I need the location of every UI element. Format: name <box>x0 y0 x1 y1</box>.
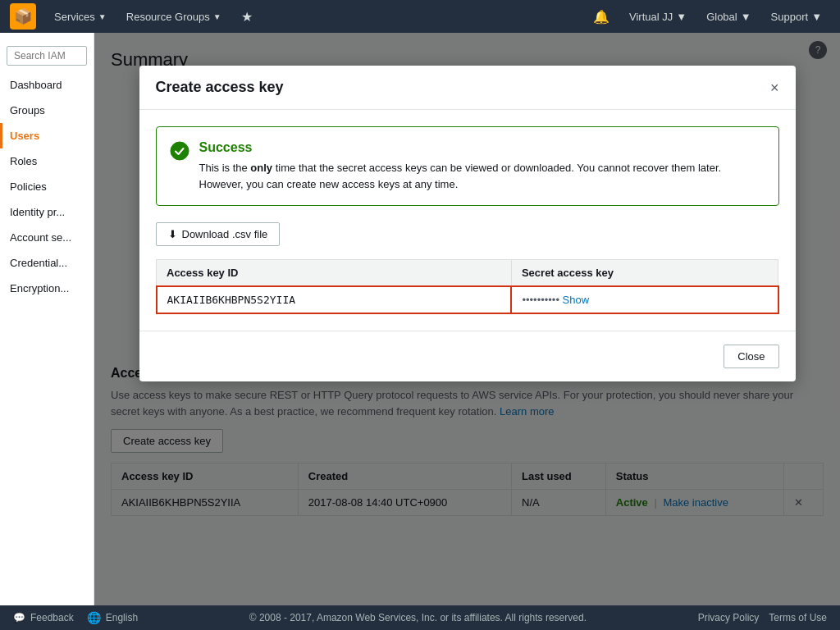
region-menu[interactable]: Global ▼ <box>698 11 759 23</box>
svg-point-0 <box>171 142 189 160</box>
resource-groups-menu[interactable]: Resource Groups ▼ <box>118 0 230 33</box>
aws-logo[interactable]: 📦 <box>10 3 36 30</box>
star-icon[interactable]: ★ <box>233 9 261 25</box>
key-id-value: AKIAIIB6KHBPN5S2YIIA <box>157 286 512 313</box>
support-menu[interactable]: Support ▼ <box>763 11 830 23</box>
modal-overlay: Create access key × Su <box>94 33 840 605</box>
footer-copyright: © 2008 - 2017, Amazon Web Services, Inc.… <box>151 612 685 623</box>
sidebar-item-account-settings[interactable]: Account se... <box>0 225 94 250</box>
success-title: Success <box>199 140 765 155</box>
modal-header: Create access key × <box>139 66 796 110</box>
footer: 💬 Feedback 🌐 English © 2008 - 2017, Amaz… <box>0 605 840 630</box>
success-content: Success This is the only time that the s… <box>199 140 765 192</box>
sidebar: Dashboard Groups Users Roles Policies Id… <box>0 33 94 605</box>
privacy-policy-link[interactable]: Privacy Policy <box>698 612 760 623</box>
services-menu[interactable]: Services ▼ <box>46 0 115 33</box>
success-icon <box>170 141 189 165</box>
sidebar-item-credential[interactable]: Credential... <box>0 250 94 276</box>
navbar: 📦 Services ▼ Resource Groups ▼ ★ 🔔 Virtu… <box>0 0 840 33</box>
feedback-icon: 💬 <box>13 612 25 623</box>
modal-close-button[interactable]: × <box>770 80 779 95</box>
key-col-secret: Secret access key <box>511 260 778 287</box>
modal-close-footer-button[interactable]: Close <box>724 345 778 368</box>
modal-title: Create access key <box>156 79 284 96</box>
feedback-button[interactable]: 💬 Feedback <box>13 612 74 623</box>
key-col-id: Access key ID <box>157 260 512 287</box>
sidebar-item-identity[interactable]: Identity pr... <box>0 199 94 225</box>
globe-icon: 🌐 <box>87 611 101 624</box>
success-text: This is the only time that the secret ac… <box>199 160 765 192</box>
search-input[interactable] <box>7 46 87 66</box>
main-content: Summary Access keys Use access keys to m… <box>94 33 840 605</box>
layout: Dashboard Groups Users Roles Policies Id… <box>0 33 840 605</box>
download-icon: ⬇ <box>168 228 177 240</box>
show-secret-link[interactable]: Show <box>563 294 590 306</box>
secret-dots: •••••••••• <box>522 294 559 306</box>
sidebar-item-dashboard[interactable]: Dashboard <box>0 72 94 98</box>
key-table: Access key ID Secret access key AKIAIIB6… <box>156 259 779 314</box>
modal: Create access key × Su <box>139 66 796 381</box>
secret-key-cell: •••••••••• Show <box>511 286 778 313</box>
key-table-row: AKIAIIB6KHBPN5S2YIIA •••••••••• Show <box>157 286 778 313</box>
sidebar-item-encryption[interactable]: Encryption... <box>0 276 94 301</box>
bell-icon[interactable]: 🔔 <box>585 9 618 25</box>
download-csv-button[interactable]: ⬇ Download .csv file <box>156 222 281 246</box>
sidebar-item-roles[interactable]: Roles <box>0 148 94 174</box>
services-caret: ▼ <box>98 12 107 21</box>
modal-footer: Close <box>139 331 796 381</box>
sidebar-item-groups[interactable]: Groups <box>0 98 94 123</box>
sidebar-item-policies[interactable]: Policies <box>0 174 94 199</box>
user-menu[interactable]: Virtual JJ ▼ <box>621 11 695 23</box>
resource-groups-caret: ▼ <box>213 12 221 21</box>
language-selector[interactable]: 🌐 English <box>87 611 138 624</box>
key-table-header-row: Access key ID Secret access key <box>157 260 778 287</box>
success-box: Success This is the only time that the s… <box>156 126 779 206</box>
terms-of-use-link[interactable]: Terms of Use <box>769 612 827 623</box>
modal-body: Success This is the only time that the s… <box>139 110 796 331</box>
sidebar-item-users[interactable]: Users <box>0 123 94 148</box>
